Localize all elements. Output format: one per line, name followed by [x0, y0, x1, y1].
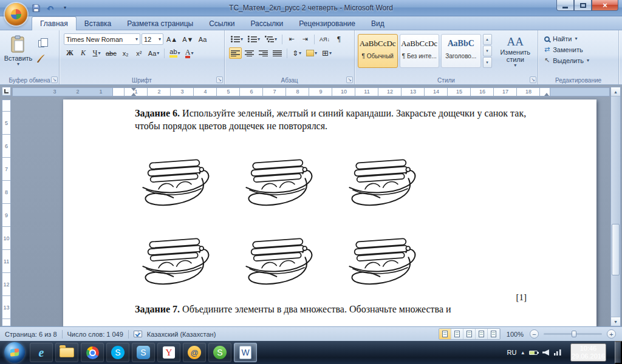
style-no-spacing[interactable]: АаBbCcDc ¶ Без инте... — [400, 34, 440, 68]
replace-icon: ⇄ — [544, 46, 550, 53]
font-family-select[interactable]: Times New Roman ▾ — [64, 33, 140, 45]
tab-view[interactable]: Вид — [363, 17, 392, 30]
close-button[interactable]: × — [592, 0, 618, 11]
zoom-slider[interactable] — [544, 333, 602, 335]
zoom-out-button[interactable]: − — [530, 329, 539, 339]
undo-icon[interactable] — [44, 2, 57, 14]
battery-icon[interactable] — [529, 351, 538, 355]
zoom-in-button[interactable]: + — [607, 329, 616, 339]
taskbar-explorer[interactable] — [55, 343, 78, 362]
taskbar-yandex[interactable]: Y — [157, 343, 180, 362]
strikethrough-button[interactable]: abc — [104, 47, 118, 59]
taskbar-word[interactable]: W — [234, 343, 257, 362]
taskbar-ie[interactable]: e — [30, 343, 53, 362]
view-outline-button[interactable] — [476, 329, 488, 339]
tab-mailings[interactable]: Рассылки — [242, 17, 291, 30]
left-indent-marker[interactable] — [131, 90, 136, 96]
proofing-status-icon[interactable] — [134, 331, 142, 337]
taskbar-mailru[interactable]: @ — [183, 343, 206, 362]
tab-stop-selector[interactable] — [2, 87, 11, 96]
language-switcher[interactable]: RU — [507, 349, 517, 356]
style-normal[interactable]: АаBbCcDc ¶ Обычный — [358, 34, 398, 68]
dialog-launcher-icon[interactable]: ↘ — [51, 76, 58, 83]
tab-page-layout[interactable]: Разметка страницы — [119, 17, 201, 30]
subscript-button[interactable]: x₂ — [120, 47, 132, 59]
styles-more-icon[interactable]: ▾ — [483, 57, 492, 68]
format-painter-button[interactable] — [35, 53, 47, 64]
language-indicator[interactable]: Казахский (Казахстан) — [147, 331, 216, 338]
dialog-launcher-icon[interactable]: ↘ — [530, 76, 536, 83]
view-draft-button[interactable] — [488, 329, 500, 339]
align-right-button[interactable] — [257, 47, 270, 59]
tab-review[interactable]: Рецензирование — [291, 17, 363, 30]
justify-button[interactable] — [271, 47, 284, 59]
vertical-scrollbar[interactable]: ▴ ▾ — [610, 87, 621, 326]
view-fullscreen-button[interactable] — [451, 329, 463, 339]
highlight-button[interactable]: ab ▾ — [168, 47, 182, 59]
italic-button[interactable]: К — [77, 47, 89, 59]
styles-scroll-down-icon[interactable]: ▾ — [483, 46, 492, 56]
taskbar-messenger[interactable]: S — [208, 343, 231, 362]
grow-font-button[interactable]: А▲ — [165, 33, 179, 45]
line-spacing-button[interactable]: ⇕▾ — [290, 47, 303, 59]
network-icon[interactable] — [554, 349, 562, 356]
sort-button[interactable]: АЯ↓ — [318, 33, 332, 45]
zoom-level[interactable]: 100% — [507, 331, 524, 338]
page-indicator[interactable]: Страница: 6 из 8 — [5, 331, 57, 338]
volume-icon[interactable] — [542, 349, 549, 356]
underline-button[interactable]: Ч ▾ — [91, 47, 103, 59]
font-color-button[interactable]: А ▾ — [183, 47, 196, 59]
dialog-launcher-icon[interactable]: ↘ — [346, 76, 353, 83]
document-page[interactable]: Задание 6. Используйте зеленый, желтый и… — [63, 99, 596, 326]
copy-button[interactable] — [35, 38, 47, 49]
word-count[interactable]: Число слов: 1 049 — [67, 331, 123, 338]
change-case-button[interactable]: Аа ▾ — [146, 47, 162, 59]
paste-button[interactable]: Вставить ▾ — [2, 33, 35, 75]
view-print-layout-button[interactable] — [439, 329, 451, 339]
scrollbar-thumb[interactable] — [612, 224, 620, 275]
superscript-button[interactable]: x² — [133, 47, 145, 59]
bold-button[interactable]: Ж — [64, 47, 76, 59]
multilevel-list-button[interactable]: ▾ — [263, 33, 279, 45]
style-heading1[interactable]: АаBbС Заголово... — [441, 34, 481, 68]
font-size-select[interactable]: 12 ▾ — [142, 33, 163, 45]
maximize-button[interactable] — [574, 0, 592, 11]
taskbar-app[interactable]: S — [132, 343, 155, 362]
tab-references[interactable]: Ссылки — [201, 17, 242, 30]
increase-indent-button[interactable]: ⇥ — [299, 33, 311, 45]
show-marks-button[interactable]: ¶ — [333, 33, 345, 45]
taskbar-chrome[interactable] — [81, 343, 104, 362]
taskbar-skype[interactable]: S — [106, 343, 129, 362]
decrease-indent-button[interactable]: ⇤ — [285, 33, 298, 45]
clear-formatting-button[interactable]: Аа — [196, 33, 208, 45]
minimize-button[interactable] — [556, 0, 574, 11]
save-icon[interactable] — [29, 2, 43, 14]
change-styles-button[interactable]: АA Изменить стили ▾ — [496, 34, 535, 68]
show-desktop-button[interactable] — [615, 341, 622, 364]
tab-home[interactable]: Главная — [32, 16, 77, 31]
styles-scroll-up-icon[interactable]: ▴ — [483, 34, 492, 45]
ruler-number: 18 — [517, 88, 540, 96]
borders-button[interactable]: ⊞▾ — [320, 47, 333, 59]
scroll-up-icon[interactable]: ▴ — [611, 87, 620, 96]
align-center-button[interactable] — [243, 47, 256, 59]
numbering-button[interactable]: ▾ — [246, 33, 262, 45]
zoom-slider-thumb[interactable] — [572, 331, 576, 337]
replace-button[interactable]: ⇄ Заменить — [544, 46, 618, 53]
align-left-button[interactable] — [229, 47, 242, 59]
bullets-button[interactable]: ▾ — [229, 33, 245, 45]
start-button[interactable] — [4, 342, 25, 363]
select-button[interactable]: ↖ Выделить ▾ — [544, 56, 618, 64]
qat-dropdown-icon[interactable]: ▾ — [58, 2, 72, 14]
dialog-launcher-icon[interactable]: ↘ — [216, 76, 223, 83]
clock[interactable]: 10:46 29.06.2016 — [570, 343, 606, 362]
scroll-down-icon[interactable]: ▾ — [611, 317, 620, 326]
tab-insert[interactable]: Вставка — [77, 17, 120, 30]
shrink-font-button[interactable]: А▼ — [180, 33, 195, 45]
right-indent-marker[interactable] — [544, 90, 549, 96]
find-button[interactable]: Найти ▾ — [544, 35, 618, 42]
view-web-layout-button[interactable] — [463, 329, 476, 339]
office-button[interactable] — [5, 3, 27, 25]
shading-button[interactable]: ▾ — [304, 47, 319, 59]
hidden-icons-icon[interactable]: ▴ — [521, 349, 524, 356]
